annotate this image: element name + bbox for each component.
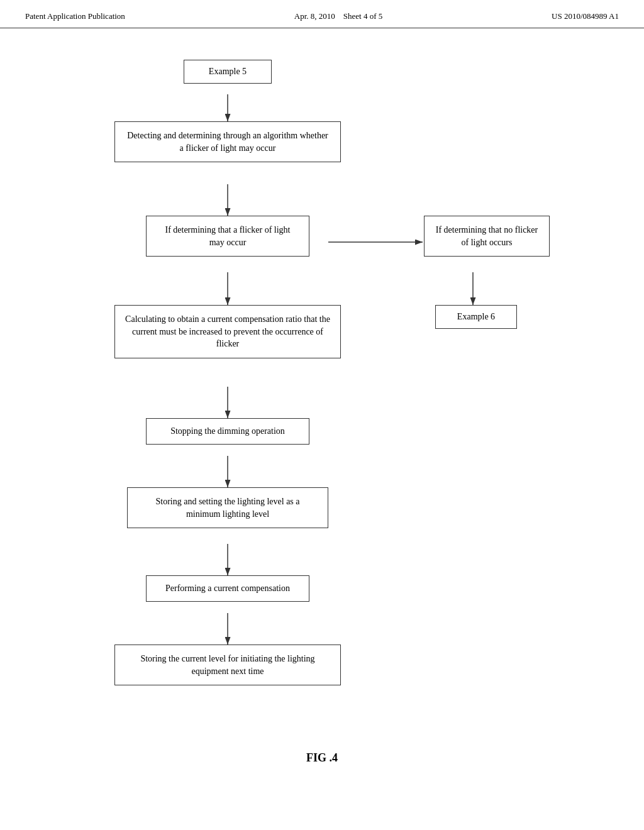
store-min-box: Storing and setting the lighting level a… — [127, 487, 328, 528]
perform-comp-box: Performing a current compensation — [146, 575, 309, 602]
flowchart-wrapper: Example 5 Detecting and determining thro… — [64, 47, 580, 739]
detect-box: Detecting and determining through an alg… — [114, 121, 341, 162]
flicker-yes-box: If determining that a flicker of light m… — [146, 216, 309, 257]
figure-caption: FIG .4 — [306, 751, 338, 765]
diagram-area: Example 5 Detecting and determining thro… — [0, 28, 644, 790]
header-right: US 2010/084989 A1 — [552, 11, 619, 21]
store-level-box: Storing the current level for initiating… — [114, 645, 341, 685]
calculate-box: Calculating to obtain a current compensa… — [114, 305, 341, 358]
stop-dim-box: Stopping the dimming operation — [146, 418, 309, 445]
header-left: Patent Application Publication — [25, 11, 125, 21]
example6-box: Example 6 — [435, 305, 517, 329]
page-header: Patent Application Publication Apr. 8, 2… — [0, 0, 644, 28]
title-box: Example 5 — [184, 60, 272, 84]
flicker-no-box: If determining that no flicker of light … — [424, 216, 550, 257]
header-center: Apr. 8, 2010 Sheet 4 of 5 — [294, 11, 382, 21]
